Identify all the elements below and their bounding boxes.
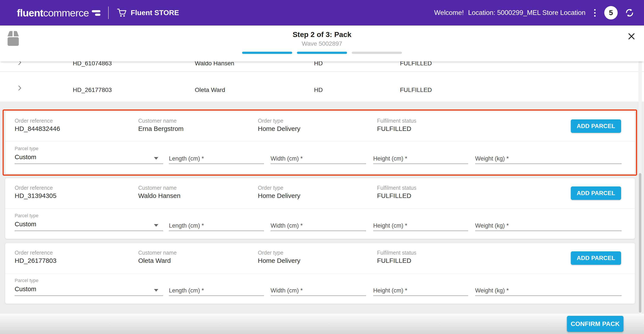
height-field[interactable]	[373, 153, 468, 163]
customer-name-value: Erna Bergstrom	[138, 125, 184, 132]
scrollbar-thumb[interactable]	[639, 173, 642, 312]
add-parcel-button[interactable]: ADD PARCEL	[571, 251, 621, 265]
height-input[interactable]	[373, 153, 468, 164]
cart-icon	[117, 8, 127, 17]
parcel-type-label: Parcel type	[15, 146, 38, 151]
add-parcel-button[interactable]: ADD PARCEL	[571, 187, 621, 200]
length-field[interactable]	[169, 285, 264, 295]
wizard-wave-subtitle: Wave 5002897	[0, 40, 644, 47]
customer-name-label: Customer name	[138, 185, 177, 191]
fulfilment-status-value: FULFILLED	[377, 125, 411, 132]
refresh-icon	[624, 7, 635, 18]
table-row[interactable]: HD_26177803 Oleta Ward HD FULFILLED	[0, 71, 644, 102]
height-field[interactable]	[373, 285, 468, 295]
parcel-type-select[interactable]: Custom	[15, 221, 163, 231]
length-input[interactable]	[169, 153, 264, 164]
parcel-type-label: Parcel type	[15, 213, 38, 219]
width-input[interactable]	[270, 221, 366, 231]
customer-name-label: Customer name	[138, 118, 177, 124]
logo-text-light: commerce	[43, 7, 89, 19]
parcel-type-select[interactable]: Custom	[15, 285, 163, 296]
weight-input[interactable]	[475, 285, 622, 296]
app-bar: fluentcommerce Fluent STORE Welcome! Loc…	[0, 0, 644, 26]
length-input[interactable]	[169, 221, 264, 231]
overflow-menu-button[interactable]	[592, 8, 598, 18]
parcel-type-select[interactable]: Custom	[15, 153, 163, 164]
logo-text-bold: fluent	[17, 7, 43, 19]
width-input[interactable]	[270, 285, 366, 296]
order-reference-label: Order reference	[15, 118, 53, 124]
footer-bar: CONFIRM PACK	[0, 314, 644, 334]
weight-field[interactable]	[475, 221, 622, 231]
weight-field[interactable]	[475, 153, 622, 163]
height-input[interactable]	[373, 285, 468, 296]
fluentcommerce-logo: fluentcommerce	[17, 7, 101, 19]
order-reference-value: HD_844832446	[15, 125, 60, 132]
weight-input[interactable]	[475, 153, 622, 164]
fluent-logo-mark-icon	[91, 8, 101, 18]
order-reference-label: Order reference	[15, 250, 53, 256]
height-input[interactable]	[373, 221, 468, 231]
fulfilment-status-value: FULFILLED	[377, 192, 411, 200]
card-divider	[5, 209, 635, 209]
wizard-step-title: Step 2 of 3: Pack	[0, 30, 644, 39]
location-text: Location: 5000299_MEL Store Location	[468, 9, 586, 17]
width-field[interactable]	[270, 285, 366, 295]
fulfilment-status-label: Fulfilment status	[377, 118, 416, 124]
welcome-location-text: Welcome! Location: 5000299_MEL Store Loc…	[434, 9, 586, 17]
order-type-label: Order type	[258, 250, 283, 256]
width-field[interactable]	[270, 221, 366, 231]
close-icon[interactable]	[627, 32, 636, 41]
card-divider	[5, 273, 635, 274]
length-field[interactable]	[169, 153, 264, 163]
expand-chevron-icon[interactable]	[16, 85, 23, 91]
row-order-type: HD	[314, 87, 323, 93]
customer-name-value: Oleta Ward	[138, 257, 171, 264]
height-field[interactable]	[373, 221, 468, 231]
fulfilment-status-label: Fulfilment status	[377, 250, 416, 256]
card-divider	[5, 141, 635, 142]
length-field[interactable]	[169, 221, 264, 231]
pack-card: Order reference HD_31394305 Customer nam…	[5, 178, 635, 239]
welcome-text: Welcome!	[434, 9, 464, 17]
refresh-button[interactable]	[624, 7, 635, 18]
row-fulfilment-status: FULFILLED	[400, 87, 432, 93]
progress-segment-2-done	[297, 52, 347, 54]
parcel-type-label: Parcel type	[15, 278, 38, 283]
order-type-value: Home Delivery	[258, 257, 300, 264]
wizard-header: Step 2 of 3: Pack Wave 5002897	[0, 26, 644, 61]
order-reference-label: Order reference	[15, 185, 53, 191]
order-reference-value: HD_31394305	[15, 192, 56, 200]
fulfilment-status-label: Fulfilment status	[377, 185, 416, 191]
appbar-divider	[108, 7, 109, 19]
customer-name-value: Waldo Hansen	[138, 192, 180, 200]
notification-count-badge[interactable]: 5	[604, 6, 618, 20]
length-input[interactable]	[169, 285, 264, 296]
row-customer-name: Oleta Ward	[195, 87, 225, 93]
pack-card: Order reference HD_844832446 Customer na…	[5, 111, 635, 174]
parcel-type-value: Custom	[15, 153, 36, 160]
order-type-label: Order type	[258, 118, 283, 124]
add-parcel-button[interactable]: ADD PARCEL	[571, 119, 621, 133]
order-type-value: Home Delivery	[258, 192, 300, 200]
progress-segment-1-done	[242, 52, 292, 54]
wizard-progress-bar	[0, 52, 644, 54]
app-name: Fluent STORE	[131, 9, 179, 17]
parcel-type-value: Custom	[15, 221, 36, 228]
row-order-reference: HD_26177803	[73, 87, 112, 93]
width-field[interactable]	[270, 153, 366, 163]
dropdown-arrow-icon	[154, 157, 158, 160]
fulfilment-status-value: FULFILLED	[377, 257, 411, 264]
weight-field[interactable]	[475, 285, 622, 295]
store-app-title: Fluent STORE	[117, 8, 179, 17]
dropdown-arrow-icon	[154, 224, 158, 227]
confirm-pack-button[interactable]: CONFIRM PACK	[567, 316, 624, 332]
parcel-type-value: Custom	[15, 285, 36, 292]
order-type-label: Order type	[258, 185, 283, 191]
pack-card: Order reference HD_26177803 Customer nam…	[5, 243, 635, 304]
width-input[interactable]	[270, 153, 366, 164]
weight-input[interactable]	[475, 221, 622, 231]
pack-screen: fluentcommerce Fluent STORE Welcome! Loc…	[0, 0, 644, 334]
order-reference-value: HD_26177803	[15, 257, 56, 264]
customer-name-label: Customer name	[138, 250, 177, 256]
